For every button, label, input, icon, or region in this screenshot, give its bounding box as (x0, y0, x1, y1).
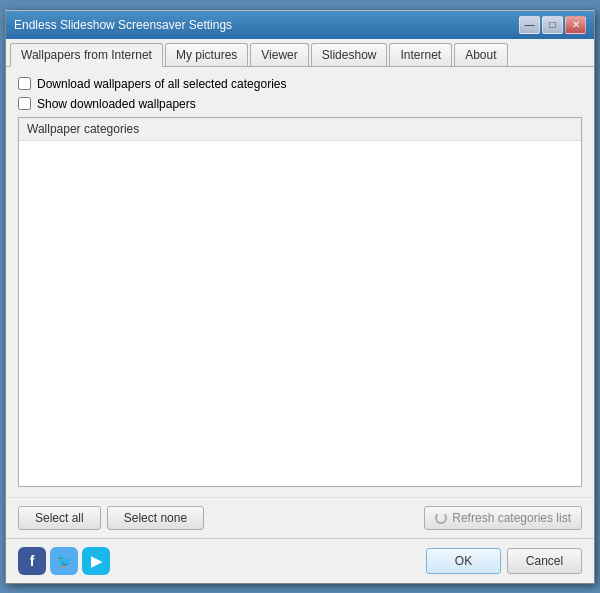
cancel-button[interactable]: Cancel (507, 548, 582, 574)
categories-box: Wallpaper categories (18, 117, 582, 487)
download-checkbox-row: Download wallpapers of all selected cate… (18, 77, 582, 91)
bottom-left-buttons: Select all Select none (18, 506, 204, 530)
show-label: Show downloaded wallpapers (37, 97, 196, 111)
bottom-bar: Select all Select none Refresh categorie… (6, 497, 594, 538)
show-checkbox[interactable] (18, 97, 31, 110)
refresh-icon (435, 512, 447, 524)
download-checkbox[interactable] (18, 77, 31, 90)
bottom-right-buttons: Refresh categories list (424, 506, 582, 530)
main-window: Endless Slideshow Screensaver Settings —… (5, 10, 595, 584)
close-button[interactable]: ✕ (565, 16, 586, 34)
social-icons: f 🐦 ▶ (18, 547, 110, 575)
tab-wallpapers-from-internet[interactable]: Wallpapers from Internet (10, 43, 163, 67)
tab-slideshow[interactable]: Slideshow (311, 43, 388, 66)
tab-about[interactable]: About (454, 43, 507, 66)
select-none-button[interactable]: Select none (107, 506, 204, 530)
categories-header: Wallpaper categories (19, 118, 581, 141)
minimize-button[interactable]: — (519, 16, 540, 34)
tab-bar: Wallpapers from Internet My pictures Vie… (6, 39, 594, 67)
twitter-icon[interactable]: 🐦 (50, 547, 78, 575)
window-title: Endless Slideshow Screensaver Settings (14, 18, 232, 32)
select-all-button[interactable]: Select all (18, 506, 101, 530)
footer-bar: f 🐦 ▶ OK Cancel (6, 538, 594, 583)
show-checkbox-row: Show downloaded wallpapers (18, 97, 582, 111)
download-label: Download wallpapers of all selected cate… (37, 77, 286, 91)
title-bar-controls: — □ ✕ (519, 16, 586, 34)
refresh-button[interactable]: Refresh categories list (424, 506, 582, 530)
tab-viewer[interactable]: Viewer (250, 43, 308, 66)
main-content: Download wallpapers of all selected cate… (6, 67, 594, 497)
maximize-button[interactable]: □ (542, 16, 563, 34)
tab-my-pictures[interactable]: My pictures (165, 43, 248, 66)
ok-button[interactable]: OK (426, 548, 501, 574)
ok-cancel-buttons: OK Cancel (426, 548, 582, 574)
facebook-icon[interactable]: f (18, 547, 46, 575)
title-bar: Endless Slideshow Screensaver Settings —… (6, 11, 594, 39)
tab-internet[interactable]: Internet (389, 43, 452, 66)
vimeo-icon[interactable]: ▶ (82, 547, 110, 575)
